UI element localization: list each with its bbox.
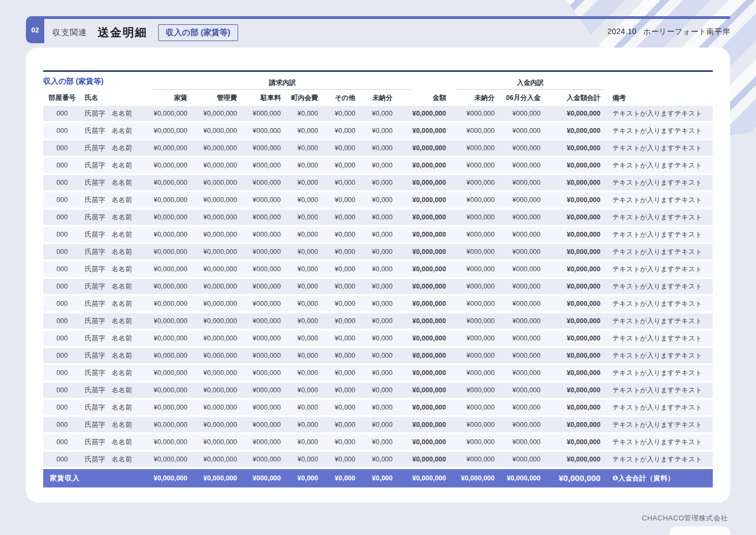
cell-assoc-fee: ¥0,000 [281,434,318,450]
cell-total-in: ¥0,000,000 [541,417,600,432]
cell-amount: ¥0,000,000 [393,417,446,432]
cell-rent: ¥0,000,000 [143,348,187,363]
cell-total-in: ¥0,000,000 [541,123,600,138]
footer-note: ❶入金合計（資料） [600,469,713,487]
cell-parking: ¥000,000 [237,227,281,242]
cell-parking: ¥000,000 [237,365,281,380]
col-header-amount: 金額 [393,92,446,104]
cell-rent: ¥0,000,000 [143,106,187,121]
col-header-month-in: 06月分入金 [495,92,541,104]
cell-unpaid-in: ¥000,000 [446,279,495,294]
cell-name: 氏苗字 名名前 [81,383,143,398]
cell-unpaid: ¥0,000 [355,227,393,242]
cell-assoc-fee: ¥0,000 [281,365,318,380]
cell-amount: ¥0,000,000 [393,400,446,415]
cell-remarks: テキストが入りますテキスト [600,279,713,294]
cell-remarks: テキストが入りますテキスト [600,210,713,225]
cell-remarks: テキストが入りますテキスト [600,244,713,259]
cell-unpaid-in: ¥000,000 [446,175,495,190]
cell-name: 氏苗字 名名前 [81,227,143,242]
cell-mgmt-fee: ¥0,000,000 [187,210,237,225]
report-page: 02 収支関連 送金明細 収入の部 (家賃等) 2024.10 ホーリーフォート… [0,0,756,535]
cell-amount: ¥0,000,000 [393,348,446,363]
cell-unpaid-in: ¥000,000 [446,365,495,380]
cell-mgmt-fee: ¥0,000,000 [187,244,237,259]
footer-parking: ¥000,000 [237,469,281,487]
cell-other: ¥0,000 [318,348,355,363]
cell-assoc-fee: ¥0,000 [281,175,318,190]
cell-rent: ¥0,000,000 [143,279,187,294]
col-header-assoc-fee: 町内会費 [281,92,318,104]
cell-parking: ¥000,000 [237,141,281,156]
cell-month-in: ¥000,000 [495,192,541,208]
table-row: 000氏苗字 名名前¥0,000,000¥0,000,000¥000,000¥0… [43,175,713,190]
cell-name: 氏苗字 名名前 [81,417,143,432]
cell-parking: ¥000,000 [237,279,281,294]
cell-amount: ¥0,000,000 [393,365,446,380]
cell-amount: ¥0,000,000 [393,192,446,208]
table-row: 000氏苗字 名名前¥0,000,000¥0,000,000¥000,000¥0… [43,141,713,156]
cell-amount: ¥0,000,000 [393,279,446,294]
cell-total-in: ¥0,000,000 [541,400,600,415]
cell-rent: ¥0,000,000 [143,331,187,346]
cell-mgmt-fee: ¥0,000,000 [187,383,237,398]
cell-month-in: ¥000,000 [495,434,541,450]
cell-remarks: テキストが入りますテキスト [600,434,713,450]
cell-rent: ¥0,000,000 [143,244,187,259]
cell-name: 氏苗字 名名前 [81,434,143,450]
cell-unpaid-in: ¥000,000 [446,244,495,259]
bottom-right-decoration [670,526,730,535]
cell-rent: ¥0,000,000 [143,192,187,208]
cell-name: 氏苗字 名名前 [81,141,143,156]
table-row: 000氏苗字 名名前¥0,000,000¥0,000,000¥000,000¥0… [43,279,713,294]
cell-rent: ¥0,000,000 [143,452,187,467]
cell-other: ¥0,000 [318,210,355,225]
cell-other: ¥0,000 [318,244,355,259]
cell-total-in: ¥0,000,000 [541,331,600,346]
table-row: 000氏苗字 名名前¥0,000,000¥0,000,000¥000,000¥0… [43,452,713,467]
cell-assoc-fee: ¥0,000 [281,192,318,208]
cell-rent: ¥0,000,000 [143,123,187,138]
cell-rent: ¥0,000,000 [143,400,187,415]
footer-unpaid-in: ¥0,000,000 [446,469,495,487]
cell-total-in: ¥0,000,000 [541,434,600,450]
cell-total-in: ¥0,000,000 [541,452,600,467]
totals-footer-row: 家賃収入 ¥0,000,000 ¥0,000,000 ¥000,000 ¥0,0… [43,469,713,487]
cell-room: 000 [43,158,81,173]
cell-room: 000 [43,452,81,467]
table-row: 000氏苗字 名名前¥0,000,000¥0,000,000¥000,000¥0… [43,383,713,398]
cell-remarks: テキストが入りますテキスト [600,123,713,138]
col-header-name: 氏名 [81,92,143,104]
table-row: 000氏苗字 名名前¥0,000,000¥0,000,000¥000,000¥0… [43,365,713,380]
cell-amount: ¥0,000,000 [393,106,446,121]
cell-unpaid: ¥0,000 [355,158,393,173]
cell-mgmt-fee: ¥0,000,000 [187,175,237,190]
cell-parking: ¥000,000 [237,331,281,346]
cell-rent: ¥0,000,000 [143,365,187,380]
report-card: 収入の部 (家賃等) 請求内訳 入金内訳 部屋番 [26,48,730,503]
cell-room: 000 [43,141,81,156]
cell-other: ¥0,000 [318,227,355,242]
col-header-mgmt-fee: 管理費 [187,92,237,104]
cell-parking: ¥000,000 [237,123,281,138]
cell-remarks: テキストが入りますテキスト [600,417,713,432]
cell-total-in: ¥0,000,000 [541,244,600,259]
footer-amount: ¥0,000,000 [393,469,446,487]
table-caption: 収入の部 (家賃等) [43,77,104,86]
cell-unpaid: ¥0,000 [355,417,393,432]
cell-name: 氏苗字 名名前 [81,331,143,346]
cell-name: 氏苗字 名名前 [81,452,143,467]
cell-unpaid: ¥0,000 [355,296,393,311]
page-number-badge: 02 [26,16,44,43]
cell-remarks: テキストが入りますテキスト [600,365,713,380]
cell-unpaid-in: ¥000,000 [446,227,495,242]
cell-amount: ¥0,000,000 [393,296,446,311]
cell-month-in: ¥000,000 [495,417,541,432]
cell-remarks: テキストが入りますテキスト [600,400,713,415]
cell-unpaid-in: ¥000,000 [446,296,495,311]
cell-rent: ¥0,000,000 [143,313,187,329]
cell-remarks: テキストが入りますテキスト [600,331,713,346]
cell-total-in: ¥0,000,000 [541,383,600,398]
cell-other: ¥0,000 [318,417,355,432]
cell-unpaid: ¥0,000 [355,192,393,208]
